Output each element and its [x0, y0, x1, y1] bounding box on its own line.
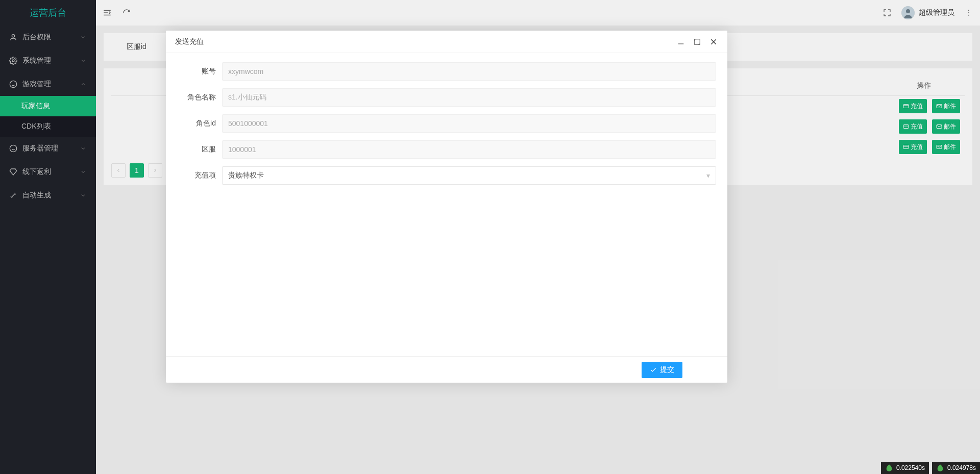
recharge-modal: 发送充值 账号 角色名称 角色id 区服 [166, 31, 727, 383]
select-recharge-item[interactable]: 贵族特权卡 ▾ [222, 166, 716, 185]
input-server[interactable] [222, 140, 716, 159]
maximize-button[interactable] [693, 37, 702, 46]
debug-overlay: 0.022540s 0.024978s [881, 462, 980, 474]
input-roleid[interactable] [222, 114, 716, 133]
label-item: 充值项 [177, 171, 222, 180]
input-rolename[interactable] [222, 88, 716, 107]
label-server: 区服 [177, 145, 222, 154]
select-value: 贵族特权卡 [228, 171, 264, 180]
label-roleid: 角色id [177, 119, 222, 128]
debug-badge[interactable]: 0.024978s [932, 462, 980, 474]
leaf-icon [936, 464, 944, 472]
input-account[interactable] [222, 62, 716, 81]
modal-title: 发送充值 [175, 37, 204, 46]
check-icon [650, 366, 657, 373]
caret-down-icon: ▾ [706, 171, 710, 180]
leaf-icon [885, 464, 893, 472]
label-rolename: 角色名称 [177, 93, 222, 102]
submit-button[interactable]: 提交 [642, 362, 682, 378]
minimize-button[interactable] [676, 37, 685, 46]
close-button[interactable] [709, 37, 718, 46]
label-account: 账号 [177, 67, 222, 76]
debug-badge[interactable]: 0.022540s [881, 462, 929, 474]
svg-rect-26 [695, 39, 700, 44]
